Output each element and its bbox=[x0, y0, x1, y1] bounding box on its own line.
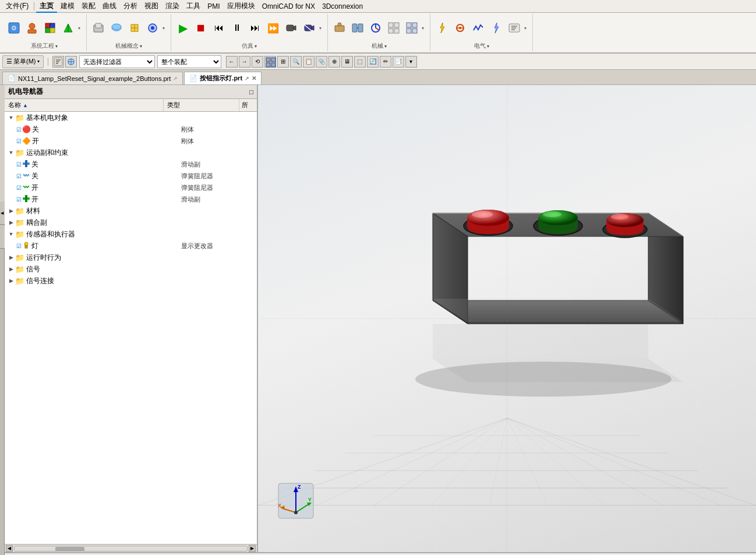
toolbar-icon-13[interactable]: ✏ bbox=[380, 56, 391, 68]
check-6[interactable]: ☑ bbox=[16, 185, 22, 191]
menu-tab-7[interactable]: 工具 bbox=[183, 0, 204, 12]
assembly-select[interactable]: 整个装配 bbox=[157, 55, 221, 68]
toolbar-icon-14[interactable]: 📑 bbox=[393, 56, 404, 68]
toolbar-icon-5[interactable]: ⊞ bbox=[277, 56, 289, 68]
scroll-right-btn[interactable]: ▶ bbox=[249, 545, 256, 552]
ribbon-btn-cam2[interactable] bbox=[301, 20, 317, 36]
menu-tab-8[interactable]: PMI bbox=[204, 1, 223, 12]
tree-row-12[interactable]: ▶ 📁 运行时行为 bbox=[5, 252, 257, 263]
tree-row-14[interactable]: ▶ 📁 信号连接 bbox=[5, 275, 257, 287]
ribbon-btn-e5[interactable] bbox=[506, 20, 522, 36]
toolbar-icon-12[interactable]: 🔄 bbox=[367, 56, 379, 68]
ribbon-btn-ffwd[interactable]: ⏩ bbox=[265, 20, 281, 36]
toolbar-icon-7[interactable]: 📋 bbox=[303, 56, 315, 68]
filter-icon-2[interactable] bbox=[65, 56, 77, 68]
tree-row-5[interactable]: ☑ 关 弹簧阻尼器 bbox=[5, 170, 257, 182]
menu-tab-4[interactable]: 分析 bbox=[120, 0, 141, 12]
ribbon-btn-e3[interactable] bbox=[470, 20, 486, 36]
file-tab-1[interactable]: 📄 NX11_Lamp_SetReset_Signal_example_2But… bbox=[2, 72, 183, 84]
h-scrollbar[interactable]: ◀ ▶ bbox=[5, 544, 257, 552]
tree-row-11[interactable]: ☑ 灯 显示更改器 bbox=[5, 240, 257, 252]
ribbon-btn-mech3[interactable] bbox=[126, 20, 143, 36]
menu-tab-9[interactable]: 应用模块 bbox=[224, 0, 259, 12]
ribbon-btn-sys2[interactable] bbox=[24, 20, 40, 36]
toolbar-icon-9[interactable]: ⊕ bbox=[328, 56, 340, 68]
expander-12[interactable]: ▶ bbox=[7, 253, 15, 261]
ribbon-btn-e1[interactable] bbox=[434, 20, 450, 36]
menu-button[interactable]: ☰ 菜单(M) ▾ bbox=[2, 55, 44, 68]
ribbon-btn-mech4[interactable] bbox=[144, 20, 161, 36]
edge-btn-2[interactable] bbox=[0, 225, 5, 249]
ribbon-btn-play[interactable]: ▶ bbox=[175, 20, 191, 36]
menu-tab-11[interactable]: 3Dconnexion bbox=[319, 1, 366, 12]
tree-row-10[interactable]: ▼ 📁 传感器和执行器 bbox=[5, 228, 257, 240]
file-menu[interactable]: 文件(F) bbox=[2, 0, 32, 12]
check-5[interactable]: ☑ bbox=[16, 173, 22, 179]
toolbar-icon-3[interactable]: ⟲ bbox=[252, 56, 263, 68]
tree-row-6[interactable]: ☑ 开 弹簧阻尼器 bbox=[5, 182, 257, 193]
tree-row-8[interactable]: ▶ 📁 材料 bbox=[5, 205, 257, 217]
expander-3[interactable]: ▼ bbox=[7, 149, 15, 157]
expander-9[interactable]: ▶ bbox=[7, 218, 15, 227]
filter-select[interactable]: 无选择过滤器 bbox=[79, 55, 155, 68]
filter-icon-1[interactable] bbox=[52, 56, 64, 68]
file-tab-2-close[interactable]: ✕ bbox=[252, 75, 256, 82]
tree-row-3[interactable]: ▼ 📁 运动副和约束 bbox=[5, 147, 257, 158]
col-name[interactable]: 名称 ▲ bbox=[5, 99, 164, 111]
expander-10[interactable]: ▼ bbox=[7, 230, 15, 238]
toolbar-icon-8[interactable]: 📎 bbox=[316, 56, 327, 68]
nav-expand-icon[interactable]: □ bbox=[249, 89, 253, 96]
tree-row-7[interactable]: ☑ 开 滑动副 bbox=[5, 193, 257, 205]
toolbar-icon-15[interactable]: ▾ bbox=[405, 56, 417, 68]
toolbar-icon-4[interactable] bbox=[264, 56, 276, 68]
file-tab-2[interactable]: 📄 按钮指示灯.prt ↗ ✕ bbox=[184, 72, 262, 84]
ribbon-btn-m4[interactable] bbox=[386, 20, 402, 36]
ribbon-btn-stop[interactable]: ⏹ bbox=[193, 20, 209, 36]
check-1[interactable]: ☑ bbox=[16, 126, 22, 133]
tree-row-4[interactable]: ☑ 关 滑动副 bbox=[5, 158, 257, 170]
ribbon-btn-m2[interactable] bbox=[349, 20, 366, 36]
toolbar-icon-6[interactable]: 🔍 bbox=[290, 56, 302, 68]
ribbon-btn-m3[interactable] bbox=[368, 20, 384, 36]
menu-tab-2[interactable]: 装配 bbox=[78, 0, 99, 12]
check-7[interactable]: ☑ bbox=[16, 196, 22, 203]
menu-tab-6[interactable]: 渲染 bbox=[162, 0, 183, 12]
ribbon-btn-e2[interactable] bbox=[452, 20, 468, 36]
menu-tab-0[interactable]: 主页 bbox=[36, 0, 57, 13]
expander-8[interactable]: ▶ bbox=[7, 207, 15, 215]
menu-tab-1[interactable]: 建模 bbox=[57, 0, 78, 12]
ribbon-btn-rewind[interactable]: ⏮ bbox=[211, 20, 227, 36]
edge-btn-1[interactable]: ◀ bbox=[0, 202, 5, 225]
check-2[interactable]: ☑ bbox=[16, 138, 22, 144]
tree-row-0[interactable]: ▼ 📁 基本机电对象 bbox=[5, 112, 257, 123]
ribbon-btn-sys3[interactable] bbox=[42, 20, 58, 36]
menu-tab-3[interactable]: 曲线 bbox=[99, 0, 120, 12]
check-11[interactable]: ☑ bbox=[16, 243, 22, 249]
toolbar-icon-11[interactable]: ⬚ bbox=[354, 56, 366, 68]
ribbon-btn-m5[interactable] bbox=[404, 20, 420, 36]
ribbon-btn-m1[interactable] bbox=[331, 20, 348, 36]
tree-row-1[interactable]: ☑ 🔴 关 刚体 bbox=[5, 123, 257, 135]
ribbon-btn-e4[interactable] bbox=[488, 20, 504, 36]
expander-13[interactable]: ▶ bbox=[7, 265, 15, 273]
col-type[interactable]: 类型 bbox=[164, 99, 239, 111]
check-4[interactable]: ☑ bbox=[16, 161, 22, 168]
tree-row-2[interactable]: ☑ 🔶 开 刚体 bbox=[5, 135, 257, 147]
ribbon-btn-mech2[interactable] bbox=[108, 20, 125, 36]
ribbon-btn-sys4[interactable] bbox=[60, 20, 76, 36]
menu-tab-10[interactable]: OmniCAD for NX bbox=[259, 1, 319, 12]
ribbon-btn-pause[interactable]: ⏸ bbox=[229, 20, 245, 36]
toolbar-icon-10[interactable]: 🖥 bbox=[341, 56, 353, 68]
viewport[interactable]: Z Y X bbox=[258, 85, 756, 552]
tree-row-9[interactable]: ▶ 📁 耦合副 bbox=[5, 217, 257, 228]
ribbon-btn-mech1[interactable] bbox=[90, 20, 107, 36]
toolbar-icon-2[interactable]: → bbox=[239, 56, 250, 68]
ribbon-btn-sys1[interactable]: ⚙ bbox=[6, 20, 22, 36]
ribbon-btn-cam1[interactable] bbox=[283, 20, 299, 36]
menu-tab-5[interactable]: 视图 bbox=[141, 0, 162, 12]
scroll-left-btn[interactable]: ◀ bbox=[6, 545, 13, 552]
tree-row-13[interactable]: ▶ 📁 信号 bbox=[5, 263, 257, 275]
scroll-thumb[interactable] bbox=[55, 547, 84, 552]
expander-0[interactable]: ▼ bbox=[7, 114, 15, 122]
ribbon-btn-step-fwd[interactable]: ⏭ bbox=[247, 20, 263, 36]
